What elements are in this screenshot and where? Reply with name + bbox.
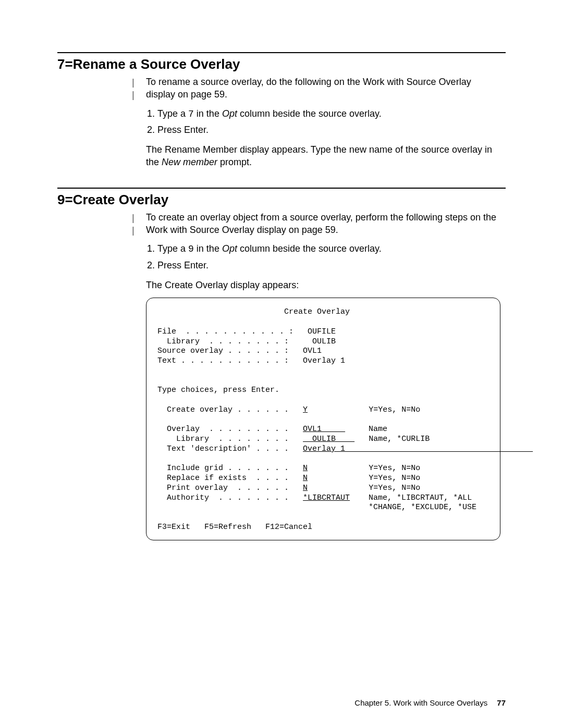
source-overlay-label: Source overlay . . . . . . : [157, 347, 289, 355]
footer-chapter: Chapter 5. Work with Source Overlays [354, 698, 487, 707]
text-value: Overlay 1 [303, 356, 345, 365]
create-overlay-label: Create overlay . . . . . . [157, 405, 289, 414]
replace-input[interactable]: N [303, 474, 308, 483]
authority-help-1: Name, *LIBCRTAUT, *ALL [369, 493, 472, 502]
print-overlay-label: Print overlay . . . . . . [157, 484, 289, 492]
create-overlay-screen: Create Overlay File . . . . . . . . . . … [146, 298, 500, 540]
file-value: OUFILE [308, 327, 336, 336]
function-keys: F3=Exit F5=Refresh F12=Cancel [157, 523, 312, 532]
type-choices-label: Type choices, press Enter. [157, 386, 279, 394]
library-value: OULIB [303, 337, 336, 346]
print-overlay-help: Y=Yes, N=No [369, 484, 420, 492]
text-description-label: Text 'description' . . . . [157, 445, 289, 453]
heading-rename: 7=Rename a Source Overlay [57, 56, 506, 72]
overlay-label: Overlay . . . . . . . . . [157, 425, 289, 434]
text-label: Text . . . . . . . . . . . : [157, 356, 289, 365]
create-intro-text: To create an overlay object from a sourc… [146, 211, 500, 237]
rename-intro-text: To rename a source overlay, do the follo… [146, 76, 500, 101]
footer-page-number: 77 [497, 698, 506, 707]
rename-step-2: Press Enter. [157, 124, 500, 136]
heading-create: 9=Create Overlay [57, 192, 506, 208]
page-footer: Chapter 5. Work with Source Overlays 77 [354, 698, 506, 707]
overlay-help: Name [369, 425, 387, 434]
include-grid-input[interactable]: N [303, 464, 308, 473]
change-bar-icon: || [130, 212, 136, 238]
print-overlay-input[interactable]: N [303, 484, 308, 492]
create-overlay-help: Y=Yes, N=No [369, 405, 420, 414]
overlay-input[interactable]: OVL1 [303, 425, 345, 434]
include-grid-label: Include grid . . . . . . . [157, 464, 289, 473]
screen-title: Create Overlay [284, 307, 350, 316]
rename-steps-list: Type a 7 in the Opt column beside the so… [146, 107, 500, 137]
change-bar-icon: || [130, 77, 136, 102]
authority-label: Authority . . . . . . . . [157, 493, 289, 502]
create-step-1: Type a 9 in the Opt column beside the so… [157, 242, 500, 255]
rule-divider [57, 52, 506, 53]
overlay-library-help: Name, *CURLIB [369, 435, 430, 443]
overlay-library-input[interactable]: OULIB [303, 435, 354, 443]
rename-after-text: The Rename Member display appears. Type … [146, 143, 500, 169]
include-grid-help: Y=Yes, N=No [369, 464, 420, 473]
rule-divider [57, 188, 506, 189]
create-overlay-input[interactable]: Y [303, 405, 308, 414]
overlay-library-label: Library . . . . . . . . [157, 435, 289, 443]
replace-help: Y=Yes, N=No [369, 474, 420, 483]
text-description-input[interactable]: Overlay 1 [303, 445, 533, 453]
replace-label: Replace if exists . . . . [157, 474, 289, 483]
rename-step-1: Type a 7 in the Opt column beside the so… [157, 107, 500, 120]
create-step-2: Press Enter. [157, 259, 500, 272]
create-after-text: The Create Overlay display appears: [146, 279, 500, 291]
file-label: File . . . . . . . . . . . : [157, 327, 293, 336]
library-label: Library . . . . . . . . : [157, 337, 289, 346]
authority-input[interactable]: *LIBCRTAUT [303, 493, 350, 502]
create-steps-list: Type a 9 in the Opt column beside the so… [146, 242, 500, 272]
authority-help-2: *CHANGE, *EXCLUDE, *USE [369, 503, 476, 512]
source-overlay-value: OVL1 [303, 347, 322, 355]
